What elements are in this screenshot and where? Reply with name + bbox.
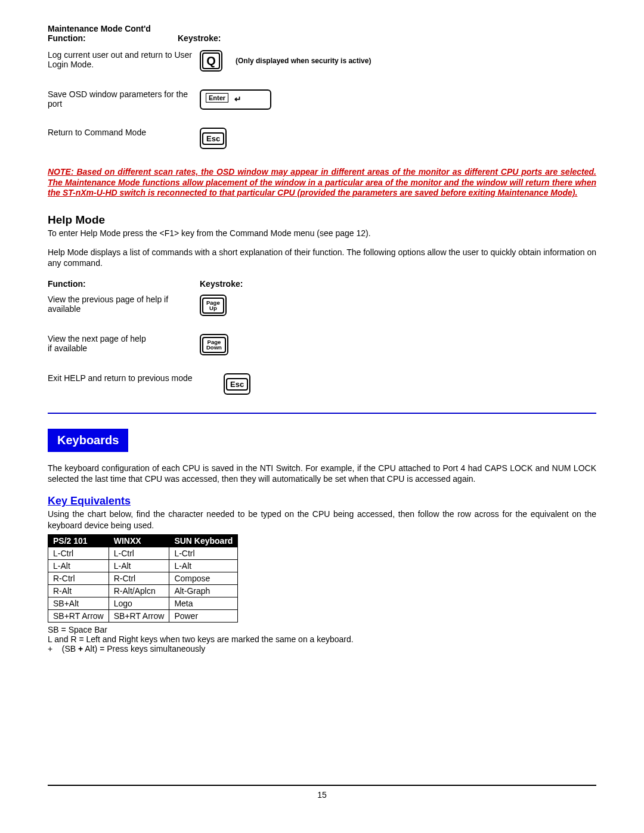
table-row: SB+RT ArrowSB+RT ArrowPower	[48, 609, 238, 622]
key-esc-icon: Esc	[200, 128, 227, 149]
legend-1: SB = Space Bar	[48, 625, 596, 634]
security-note: (Only displayed when security is active)	[236, 57, 371, 65]
table-row: L-AltL-AltL-Alt	[48, 559, 238, 572]
maint-row: Log current user out and return to User …	[48, 50, 596, 72]
col-ps2: PS/2 101	[48, 534, 109, 547]
table-row: R-AltR-Alt/AplcnAlt-Graph	[48, 584, 238, 597]
help-row: View the next page of help if available …	[48, 334, 596, 355]
function-text: Return to Command Mode	[48, 128, 200, 137]
key-equivalents-table: PS/2 101 WINXX SUN Keyboard L-CtrlL-Ctrl…	[48, 534, 238, 623]
table-header-row: PS/2 101 WINXX SUN Keyboard	[48, 534, 238, 547]
maint-title: Maintenance Mode Cont'd	[48, 24, 596, 33]
help-p2: Help Mode displays a list of commands wi…	[48, 247, 596, 268]
col-keystroke: Keystroke:	[178, 33, 221, 43]
help-p1: To enter Help Mode press the <F1> key fr…	[48, 228, 596, 239]
legend-3: + (SB + Alt) = Press keys simultaneously	[48, 644, 596, 654]
keyboards-banner: Keyboards	[48, 429, 128, 452]
function-text: Log current user out and return to User …	[48, 50, 200, 69]
help-row: View the previous page of help if availa…	[48, 295, 596, 316]
col-function: Function:	[48, 279, 200, 289]
page-number: 15	[48, 790, 596, 800]
help-title: Help Mode	[48, 213, 596, 227]
function-text: Exit HELP and return to previous mode	[48, 373, 224, 383]
key-pagedown-icon: Page Down	[200, 334, 228, 355]
col-sun: SUN Keyboard	[169, 534, 238, 547]
function-text: View the next page of help if available	[48, 334, 200, 353]
kbd-p2: Using the chart below, find the characte…	[48, 509, 596, 530]
key-esc-icon: Esc	[224, 373, 250, 395]
table-row: SB+AltLogoMeta	[48, 597, 238, 609]
kbd-p1: The keyboard configuration of each CPU i…	[48, 463, 596, 484]
maint-header: Maintenance Mode Cont'd Function: Keystr…	[48, 24, 596, 43]
function-text: View the previous page of help if availa…	[48, 295, 200, 314]
maint-row: Save OSD window parameters for the port …	[48, 89, 596, 110]
key-pageup-icon: Page Up	[200, 295, 227, 316]
col-function: Function:	[48, 33, 178, 43]
key-equivalents-heading: Key Equivalents	[48, 495, 596, 507]
col-keystroke: Keystroke:	[200, 279, 243, 289]
col-winxx: WINXX	[109, 534, 169, 547]
table-row: R-CtrlR-CtrlCompose	[48, 572, 238, 584]
note-text: NOTE: Based on different scan rates, the…	[48, 167, 596, 199]
divider	[48, 413, 596, 414]
help-row: Exit HELP and return to previous mode Es…	[48, 373, 596, 395]
key-enter-icon: Enter ↵	[200, 89, 271, 110]
maint-row: Return to Command Mode Esc	[48, 128, 596, 149]
key-q-icon: Q	[200, 50, 222, 72]
table-row: L-CtrlL-CtrlL-Ctrl	[48, 547, 238, 559]
function-text: Save OSD window parameters for the port	[48, 89, 200, 109]
footer-rule	[48, 785, 596, 786]
legend-2: L and R = Left and Right keys when two k…	[48, 634, 596, 644]
return-arrow-icon: ↵	[234, 94, 242, 104]
